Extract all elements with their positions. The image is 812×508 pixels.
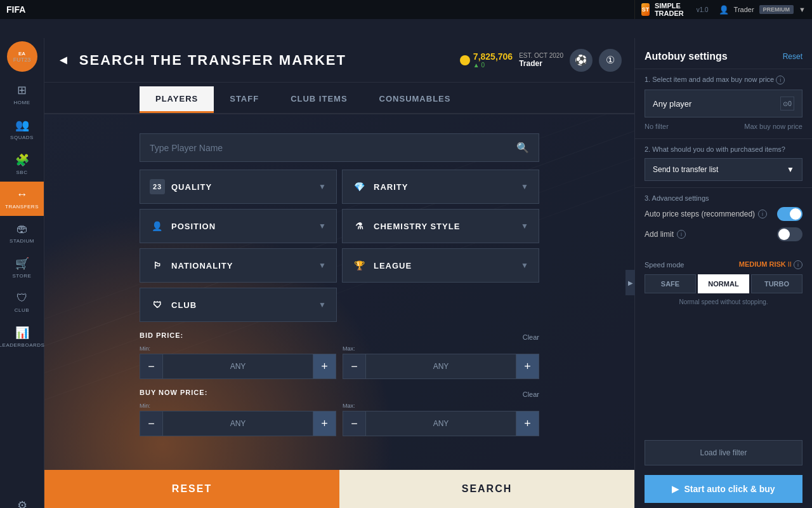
bid-max-decrease[interactable]: − (343, 354, 365, 379)
autobuy-reset[interactable]: Reset (783, 52, 802, 61)
bid-price-row: Min: − + Max: − + (140, 345, 539, 379)
bid-min-decrease[interactable]: − (140, 354, 162, 379)
add-limit-label: Add limit i (645, 230, 686, 239)
sidebar-item-leaderboards[interactable]: 📊 LEADERBOARDS (0, 319, 44, 354)
bid-min-field: − + (140, 354, 336, 379)
load-live-filter-button[interactable]: Load live filter (645, 440, 802, 465)
add-limit-info-icon[interactable]: i (677, 230, 686, 239)
buy-max-input[interactable] (365, 411, 516, 436)
bid-max-increase[interactable]: + (516, 354, 539, 379)
speed-mode-info-icon[interactable]: i (794, 260, 802, 269)
sidebar-item-club[interactable]: 🛡 CLUB (0, 285, 44, 319)
club-dropdown[interactable]: 🛡 CLUB ▼ (140, 288, 337, 322)
buy-now-price-clear[interactable]: Clear (523, 391, 539, 398)
sbc-icon: 🧩 (15, 153, 29, 167)
coins-amount: 7,825,706 (473, 51, 513, 62)
what-to-do-select[interactable]: Send to transfer list ▼ (645, 158, 802, 181)
expand-icon[interactable]: ▼ (799, 6, 806, 13)
max-buy-now-label: Max buy now price (744, 123, 802, 130)
simple-trader-logo: ST (641, 3, 650, 16)
panel-collapse-button[interactable]: ▶ (625, 270, 635, 295)
start-auto-click-button[interactable]: ▶ Start auto click & buy (645, 475, 802, 503)
sidebar-item-stadium[interactable]: 🏟 STADIUM (0, 216, 44, 250)
rarity-icon: 💎 (352, 179, 367, 194)
bid-price-clear[interactable]: Clear (523, 333, 539, 341)
buy-min-decrease[interactable]: − (140, 411, 162, 436)
sidebar-item-home[interactable]: ⊞ HOME (0, 77, 44, 112)
speed-turbo-button[interactable]: TURBO (751, 274, 802, 293)
nationality-chevron-icon: ▼ (318, 261, 327, 270)
simple-trader-version: v1.0 (697, 6, 709, 13)
premium-badge: PREMIUM (759, 5, 794, 14)
right-panel: ▶ Autobuy settings Reset 1. Select item … (634, 38, 812, 508)
speed-section: Speed mode MEDIUM RISK II i SAFE NORMAL … (635, 254, 812, 312)
sidebar-label-stadium: STADIUM (10, 238, 34, 244)
tab-players[interactable]: PLAYERS (140, 86, 214, 113)
auto-price-info-icon[interactable]: i (758, 210, 767, 218)
nationality-dropdown[interactable]: 🏳 NATIONALITY ▼ (140, 248, 337, 283)
position-dropdown[interactable]: 👤 POSITION ▼ (140, 209, 337, 243)
speed-mode-badge: MEDIUM RISK II i (739, 260, 802, 269)
search-area: 🔍 23 QUALITY ▼ 👤 POSITION (44, 114, 634, 508)
trader-user-icon: 👤 (719, 5, 729, 15)
transfers-icon: ↔ (16, 188, 28, 201)
sidebar-item-transfers[interactable]: ↔ TRANSFERS (0, 182, 44, 216)
search-button[interactable]: Search (339, 470, 634, 508)
buy-min-label: Min: (140, 403, 336, 409)
buy-max-decrease[interactable]: − (343, 411, 365, 436)
fifa-logo: FIFA (6, 4, 25, 15)
bid-max-input[interactable] (365, 354, 516, 379)
what-to-do-chevron: ▼ (787, 165, 794, 174)
simple-trader-bar: ST SIMPLE TRADER v1.0 👤 Trader PREMIUM ▼ (634, 0, 812, 19)
bid-min-increase[interactable]: + (313, 354, 336, 379)
buy-min-increase[interactable]: + (313, 411, 336, 436)
coin-icon (460, 55, 470, 65)
section1-info-icon[interactable]: i (776, 76, 785, 84)
search-icon: 🔍 (516, 142, 529, 154)
back-button[interactable]: ◄ (57, 53, 70, 67)
player-name-input[interactable] (150, 143, 510, 153)
rarity-dropdown[interactable]: 💎 RARITY ▼ (342, 170, 539, 204)
auto-price-toggle[interactable] (777, 207, 802, 221)
sidebar-item-settings[interactable]: ⚙ SETTINGS (0, 492, 44, 508)
club-badge: ⚽ (570, 49, 593, 72)
bid-min-input[interactable] (162, 354, 313, 379)
add-limit-toggle[interactable] (777, 227, 802, 241)
settings-icon: ⚙ (17, 498, 27, 508)
header-right-info: 7,825,706 ▲ 0 EST. OCT 2020 Trader ⚽ ① (460, 49, 622, 72)
quality-dropdown[interactable]: 23 QUALITY ▼ (140, 170, 337, 204)
bid-max-group: Max: − + (343, 345, 539, 379)
speed-safe-button[interactable]: SAFE (645, 274, 696, 293)
account-circle[interactable]: ① (599, 49, 622, 72)
league-label: LEAGUE (374, 261, 514, 271)
league-dropdown[interactable]: 🏆 LEAGUE ▼ (342, 248, 539, 283)
fut23-logo[interactable]: EA FUT23 (7, 41, 37, 72)
squads-icon: 👥 (15, 118, 29, 132)
reset-button[interactable]: Reset (44, 470, 339, 508)
buy-max-label: Max: (343, 403, 539, 409)
search-form: 🔍 23 QUALITY ▼ 👤 POSITION (44, 114, 634, 449)
sidebar-label-transfers: TRANSFERS (5, 204, 39, 210)
chemistry-style-dropdown[interactable]: ⚗ CHEMISTRY STYLE ▼ (342, 209, 539, 243)
tab-consumables[interactable]: CONSUMABLES (363, 86, 467, 113)
sidebar-label-home: HOME (14, 100, 30, 105)
buy-now-price-title: BUY NOW PRICE: (140, 389, 207, 396)
left-filters: 23 QUALITY ▼ 👤 POSITION ▼ 🏳 NATIONALITY (140, 170, 337, 322)
bid-min-label: Min: (140, 345, 336, 352)
tab-club-items[interactable]: CLUB ITEMS (275, 86, 363, 113)
sidebar-label-club: CLUB (15, 307, 29, 313)
sidebar-item-store[interactable]: 🛒 STORE (0, 250, 44, 285)
nationality-icon: 🏳 (150, 258, 165, 273)
buy-min-input[interactable] (162, 411, 313, 436)
section2-label: 2. What should you do with purchased ite… (645, 145, 802, 153)
speed-normal-button[interactable]: NORMAL (698, 274, 749, 293)
item-select[interactable]: Any player ⊙ 0 (645, 90, 802, 117)
add-limit-toggle-row: Add limit i (645, 227, 802, 241)
league-chevron-icon: ▼ (521, 261, 529, 270)
buy-max-increase[interactable]: + (516, 411, 539, 436)
position-label: POSITION (171, 222, 312, 231)
tab-staff[interactable]: STAFF (214, 86, 275, 113)
sidebar-label-squads: SQUADS (10, 135, 34, 140)
sidebar-item-sbc[interactable]: 🧩 SBC (0, 147, 44, 182)
sidebar-item-squads[interactable]: 👥 SQUADS (0, 112, 44, 147)
